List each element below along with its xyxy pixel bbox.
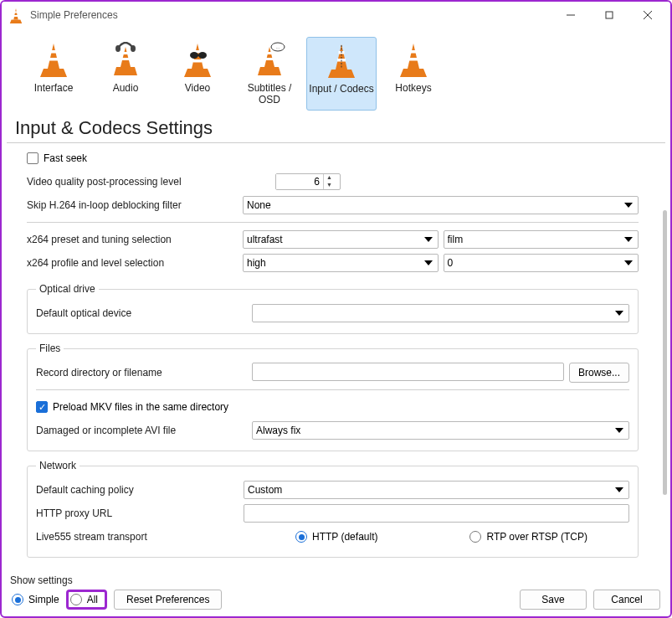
- caching-select[interactable]: Custom: [244, 481, 629, 499]
- spin-down-icon[interactable]: ▼: [324, 182, 335, 189]
- fast-seek-checkbox[interactable]: [27, 152, 38, 164]
- video-quality-spinner[interactable]: ▲▼: [275, 173, 341, 190]
- svg-text:...: ...: [276, 44, 280, 49]
- svg-rect-9: [122, 58, 130, 60]
- caching-label: Default caching policy: [36, 484, 244, 496]
- fast-seek-label: Fast seek: [44, 152, 87, 164]
- optical-device-label: Default optical device: [36, 307, 252, 319]
- avi-select[interactable]: Always fix: [252, 421, 629, 440]
- x264-preset-label: x264 preset and tuning selection: [27, 234, 243, 245]
- save-button[interactable]: Save: [520, 590, 587, 610]
- svg-point-11: [131, 45, 136, 52]
- category-label: Subtitles / OSD: [236, 82, 303, 106]
- reset-preferences-button[interactable]: Reset Preferences: [114, 590, 222, 610]
- proxy-input[interactable]: [244, 504, 629, 523]
- minimize-button[interactable]: [551, 3, 590, 28]
- page-title: Input & Codecs Settings: [7, 111, 665, 143]
- close-button[interactable]: [628, 3, 667, 28]
- category-label: Audio: [92, 82, 159, 94]
- skip-h264-select[interactable]: None: [243, 196, 639, 214]
- category-audio[interactable]: Audio: [90, 37, 161, 111]
- live555-http-radio[interactable]: [295, 531, 307, 543]
- svg-point-14: [190, 52, 198, 59]
- category-input-codecs[interactable]: Input / Codecs: [306, 37, 377, 111]
- maximize-button[interactable]: [590, 3, 628, 28]
- svg-rect-3: [606, 12, 613, 18]
- show-all-radio[interactable]: [70, 594, 82, 605]
- cone-zipper-icon: [309, 41, 374, 81]
- x264-level-select[interactable]: 0: [444, 254, 639, 272]
- record-dir-label: Record directory or filename: [36, 367, 252, 379]
- video-quality-input[interactable]: [276, 174, 323, 189]
- show-simple-label: Simple: [28, 594, 59, 605]
- svg-rect-17: [267, 52, 272, 54]
- browse-button[interactable]: Browse...: [569, 363, 629, 383]
- live555-rtp-radio[interactable]: [469, 531, 481, 543]
- x264-preset-select[interactable]: ultrafast: [243, 230, 439, 249]
- svg-rect-8: [123, 52, 128, 54]
- proxy-label: HTTP proxy URL: [36, 507, 244, 519]
- show-all-label: All: [87, 594, 98, 605]
- cone-speech-icon: ...: [236, 40, 303, 80]
- live555-rtp-label: RTP over RTSP (TCP): [486, 531, 587, 543]
- svg-rect-24: [411, 50, 417, 54]
- footer: Show settings Simple All Reset Preferenc…: [8, 574, 664, 613]
- svg-rect-0: [14, 12, 17, 13]
- svg-rect-18: [266, 58, 274, 60]
- files-group: Files Record directory or filename Brows…: [27, 342, 639, 451]
- svg-rect-13: [193, 59, 202, 63]
- x264-tune-select[interactable]: film: [444, 230, 639, 249]
- x264-profile-select[interactable]: high: [243, 254, 439, 272]
- category-label: Video: [164, 82, 231, 94]
- network-group: Network Default caching policy Custom HT…: [27, 460, 639, 558]
- annotation-highlight: All: [66, 590, 107, 610]
- category-label: Hotkeys: [380, 82, 447, 94]
- optical-device-select[interactable]: [252, 304, 629, 322]
- separator: [27, 222, 639, 223]
- spin-up-icon[interactable]: ▲: [324, 174, 335, 182]
- svg-rect-6: [51, 50, 57, 54]
- category-toolbar: Interface Audio Video ... Subtitles / OS…: [2, 28, 670, 111]
- cancel-button[interactable]: Cancel: [593, 590, 660, 610]
- cone-icon: [380, 40, 447, 80]
- network-legend: Network: [36, 460, 80, 471]
- show-settings-label: Show settings: [8, 574, 664, 586]
- category-interface[interactable]: Interface: [18, 37, 89, 111]
- optical-drive-group: Optical drive Default optical device: [27, 283, 639, 334]
- vlc-app-icon: [8, 8, 23, 23]
- svg-rect-1: [14, 15, 18, 17]
- x264-profile-label: x264 profile and level selection: [27, 257, 243, 269]
- live555-http-label: HTTP (default): [312, 531, 377, 543]
- files-legend: Files: [36, 342, 64, 354]
- skip-h264-label: Skip H.264 in-loop deblocking filter: [27, 199, 243, 211]
- cone-headphones-icon: [92, 40, 159, 80]
- svg-rect-7: [49, 58, 58, 61]
- category-video[interactable]: Video: [162, 37, 233, 111]
- content-scrollbar[interactable]: [663, 210, 667, 495]
- preload-mkv-checkbox[interactable]: [36, 401, 48, 413]
- live555-label: Live555 stream transport: [36, 531, 295, 543]
- window-title: Simple Preferences: [30, 9, 551, 21]
- avi-label: Damaged or incomplete AVI file: [36, 425, 252, 436]
- category-hotkeys[interactable]: Hotkeys: [378, 37, 449, 111]
- separator: [36, 389, 629, 390]
- titlebar: Simple Preferences: [2, 2, 670, 28]
- optical-drive-legend: Optical drive: [36, 283, 99, 295]
- cone-glasses-icon: [164, 40, 231, 80]
- preload-mkv-label: Preload MKV files in the same directory: [53, 401, 228, 413]
- video-quality-label: Video quality post-processing level: [27, 176, 243, 188]
- cone-icon: [20, 40, 87, 80]
- settings-content: Fast seek Video quality post-processing …: [2, 143, 657, 562]
- show-simple-radio[interactable]: [12, 594, 23, 605]
- record-dir-input[interactable]: [252, 363, 564, 381]
- category-label: Input / Codecs: [309, 83, 374, 95]
- svg-point-15: [198, 52, 207, 59]
- category-label: Interface: [20, 82, 87, 94]
- category-subtitles[interactable]: ... Subtitles / OSD: [234, 37, 305, 111]
- svg-rect-25: [409, 58, 418, 61]
- svg-point-10: [115, 45, 121, 52]
